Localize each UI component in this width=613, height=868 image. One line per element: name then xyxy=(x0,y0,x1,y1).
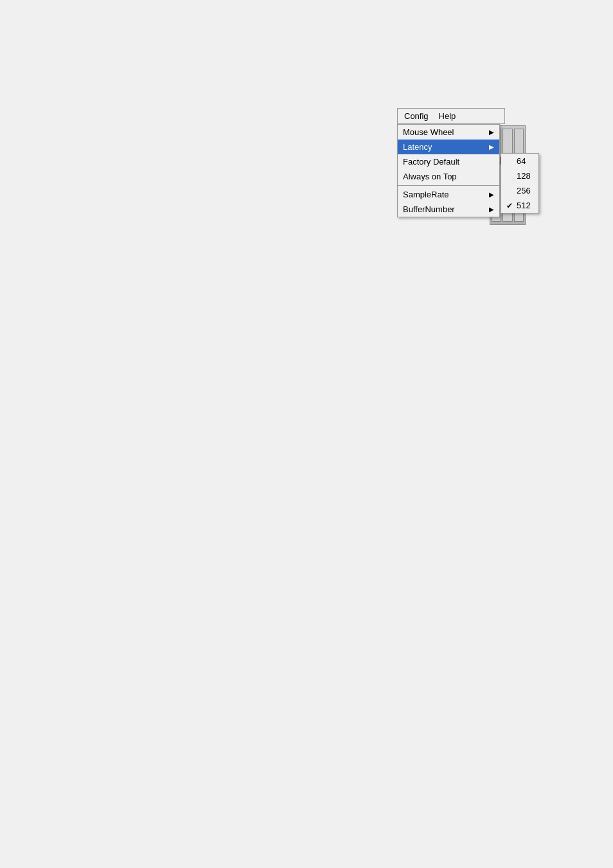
latency-option-64[interactable]: 64 xyxy=(501,154,538,168)
submenu-arrow-mouse-wheel: ▶ xyxy=(489,129,494,136)
menu-container: Config Help Mouse Wheel ▶ Latency ▶ Fact… xyxy=(397,108,505,217)
menu-bar-config[interactable]: Config xyxy=(400,110,432,122)
menu-item-sample-rate[interactable]: SampleRate ▶ xyxy=(398,187,499,202)
menu-bar: Config Help xyxy=(397,108,505,124)
submenu-arrow-sample-rate: ▶ xyxy=(489,191,494,198)
check-256 xyxy=(506,186,515,195)
menu-item-buffer-number[interactable]: BufferNumber ▶ xyxy=(398,202,499,217)
menu-item-mouse-wheel[interactable]: Mouse Wheel ▶ xyxy=(398,125,499,140)
menu-item-factory-default-label: Factory Default xyxy=(403,157,459,167)
submenu-arrow-buffer-number: ▶ xyxy=(489,206,494,213)
config-dropdown: Mouse Wheel ▶ Latency ▶ Factory Default … xyxy=(397,124,500,217)
latency-64-label: 64 xyxy=(517,156,526,166)
latency-512-label: 512 xyxy=(517,201,531,210)
latency-128-label: 128 xyxy=(517,171,531,181)
check-512: ✔ xyxy=(506,201,515,210)
menu-item-sample-rate-label: SampleRate xyxy=(403,190,449,199)
submenu-arrow-latency: ▶ xyxy=(489,143,494,150)
check-128 xyxy=(506,172,515,181)
menu-item-latency-label: Latency xyxy=(403,142,432,152)
latency-option-256[interactable]: 256 xyxy=(501,183,538,198)
menu-separator-1 xyxy=(398,185,499,186)
menu-item-mouse-wheel-label: Mouse Wheel xyxy=(403,127,454,137)
menu-item-latency[interactable]: Latency ▶ xyxy=(398,140,499,154)
latency-option-128[interactable]: 128 xyxy=(501,168,538,183)
menu-item-always-on-top[interactable]: Always on Top xyxy=(398,169,499,184)
latency-submenu: 64 128 256 ✔ 512 xyxy=(501,153,539,213)
latency-256-label: 256 xyxy=(517,186,531,195)
latency-option-512[interactable]: ✔ 512 xyxy=(501,198,538,213)
menu-item-buffer-number-label: BufferNumber xyxy=(403,204,455,214)
menu-item-always-on-top-label: Always on Top xyxy=(403,172,457,181)
menu-bar-help[interactable]: Help xyxy=(435,110,460,122)
menu-item-factory-default[interactable]: Factory Default xyxy=(398,154,499,169)
check-64 xyxy=(506,157,515,166)
